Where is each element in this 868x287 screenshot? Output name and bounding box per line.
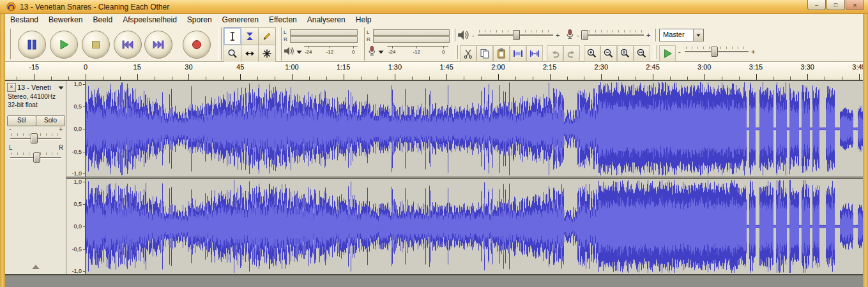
input-volume-slider[interactable] bbox=[582, 29, 644, 40]
collapse-arrow-icon[interactable] bbox=[32, 265, 40, 269]
track-close-button[interactable]: × bbox=[7, 83, 16, 92]
zoom-out-button[interactable] bbox=[600, 45, 617, 62]
cut-button[interactable] bbox=[460, 45, 476, 62]
play-icon bbox=[57, 38, 70, 51]
menu-item-afspeelsnelheid[interactable]: Afspeelsnelheid bbox=[118, 14, 182, 26]
paste-button[interactable] bbox=[493, 45, 510, 62]
pause-button[interactable] bbox=[18, 31, 46, 59]
menu-item-help[interactable]: Help bbox=[351, 14, 377, 26]
zoom-tool-button[interactable] bbox=[224, 45, 241, 63]
menu-item-genereren[interactable]: Genereren bbox=[217, 14, 264, 26]
amplitude-tick bbox=[83, 249, 85, 250]
input-microphone-icon bbox=[565, 29, 575, 40]
time-shift-tool-button[interactable] bbox=[241, 45, 259, 63]
mixer-toolbar-grip[interactable] bbox=[452, 29, 455, 41]
playback-meter-left-bar[interactable] bbox=[290, 29, 358, 36]
pan-thumb[interactable] bbox=[33, 152, 40, 163]
recording-meter-left-bar[interactable] bbox=[373, 29, 450, 36]
selection-tool-button[interactable] bbox=[224, 27, 241, 45]
timeline-label: 2:45 bbox=[646, 63, 659, 71]
gain-thumb[interactable] bbox=[31, 133, 38, 144]
record-button[interactable] bbox=[183, 31, 211, 59]
multi-tool-button[interactable] bbox=[258, 45, 276, 63]
minimize-button[interactable]: – bbox=[807, 0, 826, 10]
skip-to-end-button[interactable] bbox=[144, 31, 172, 59]
output-volume-thumb[interactable] bbox=[513, 30, 520, 40]
device-toolbar-grip[interactable] bbox=[653, 29, 656, 41]
gain-min-label: - bbox=[9, 126, 11, 132]
undo-button[interactable] bbox=[547, 45, 563, 62]
menu-item-analyseren[interactable]: Analyseren bbox=[302, 14, 351, 26]
transport-toolbar-grip[interactable] bbox=[8, 29, 11, 59]
combo-dropdown-icon[interactable] bbox=[693, 29, 703, 41]
waveform-right-channel[interactable] bbox=[86, 179, 863, 274]
playback-meter-grip[interactable] bbox=[278, 27, 282, 61]
menu-item-effecten[interactable]: Effecten bbox=[264, 14, 302, 26]
timeline-tick bbox=[773, 77, 773, 80]
timeline-label: 45 bbox=[236, 63, 244, 71]
amplitude-label: -1,0 bbox=[72, 170, 82, 177]
maximize-button[interactable]: □ bbox=[826, 0, 845, 10]
recording-meter-right-bar[interactable] bbox=[373, 36, 450, 43]
left-channel-ruler: 1,00,50,0-0,5-1,0 bbox=[66, 81, 85, 177]
track-format-label: Stereo, 44100Hz bbox=[8, 93, 56, 100]
input-device-select[interactable]: Master bbox=[659, 29, 704, 41]
input-device-value: Master bbox=[660, 29, 693, 41]
play-speed-thumb[interactable] bbox=[711, 47, 718, 57]
track-menu-dropdown-icon[interactable] bbox=[58, 86, 64, 90]
timeline-tick bbox=[722, 77, 722, 80]
output-volume-max-label: + bbox=[556, 32, 560, 38]
timeline-tick bbox=[498, 74, 499, 80]
amplitude-label: 0,0 bbox=[73, 126, 82, 132]
menu-item-sporen[interactable]: Sporen bbox=[182, 14, 217, 26]
selection-tool-icon bbox=[227, 31, 238, 41]
output-volume-slider[interactable] bbox=[478, 29, 553, 40]
timeline-tick bbox=[155, 77, 155, 80]
menu-item-beeld[interactable]: Beeld bbox=[88, 14, 118, 26]
play-button[interactable] bbox=[50, 31, 78, 59]
timeline-ruler[interactable]: -1501530451:001:151:301:452:002:152:302:… bbox=[5, 62, 863, 80]
menu-item-bewerken[interactable]: Bewerken bbox=[43, 14, 88, 26]
zoom-in-button[interactable] bbox=[584, 45, 600, 62]
recording-meter-grip[interactable] bbox=[362, 27, 365, 61]
draw-tool-button[interactable] bbox=[258, 27, 276, 45]
playback-meter-right-bar[interactable] bbox=[290, 36, 358, 43]
copy-button[interactable] bbox=[476, 45, 493, 62]
input-volume-thumb[interactable] bbox=[581, 30, 588, 40]
track-sample-format-label: 32-bit float bbox=[8, 101, 38, 108]
play-at-speed-toolbar-grip[interactable] bbox=[654, 45, 657, 59]
playback-meter-dropdown-icon[interactable] bbox=[296, 50, 302, 54]
recording-meter-dropdown-icon[interactable] bbox=[378, 50, 384, 54]
pan-slider[interactable] bbox=[10, 151, 61, 163]
zoom-to-selection-button[interactable] bbox=[617, 45, 634, 62]
amplitude-label: 0,5 bbox=[73, 103, 82, 110]
play-speed-slider[interactable] bbox=[685, 45, 749, 57]
redo-button[interactable] bbox=[563, 45, 580, 62]
amplitude-label: 0,0 bbox=[73, 223, 82, 230]
titlebar[interactable]: 13 - Venetian Snares - Cleaning Each Oth… bbox=[0, 0, 868, 14]
amplitude-tick bbox=[83, 182, 85, 182]
zoom-normal-button[interactable] bbox=[634, 45, 650, 62]
toolbar-area: L R -24 -12 0 L R bbox=[5, 26, 863, 62]
play-at-speed-button[interactable] bbox=[659, 45, 676, 62]
menu-item-bestand[interactable]: Bestand bbox=[5, 14, 43, 26]
stop-button[interactable] bbox=[82, 31, 110, 59]
envelope-tool-button[interactable] bbox=[241, 27, 259, 45]
amplitude-label: 1,0 bbox=[73, 81, 82, 87]
timeline-tick bbox=[34, 74, 34, 80]
playback-meter-scale: -24 -12 0 bbox=[304, 46, 358, 55]
microphone-icon bbox=[367, 45, 377, 56]
silence-button[interactable] bbox=[526, 45, 543, 62]
skip-to-start-button[interactable] bbox=[114, 31, 142, 59]
timeline-tick bbox=[344, 74, 344, 80]
timeline-tick bbox=[395, 74, 395, 80]
gain-slider[interactable] bbox=[10, 132, 61, 144]
edit-toolbar-grip[interactable] bbox=[455, 45, 458, 59]
timeline-label: 1:00 bbox=[285, 63, 298, 71]
trim-outside-button[interactable] bbox=[510, 45, 526, 62]
timeline-tick bbox=[103, 77, 103, 80]
close-button[interactable]: × bbox=[846, 0, 864, 10]
track-title[interactable]: 13 - Veneti bbox=[17, 84, 57, 91]
waveform-left-channel[interactable] bbox=[86, 81, 863, 177]
tools-toolbar-grip[interactable] bbox=[218, 27, 222, 61]
